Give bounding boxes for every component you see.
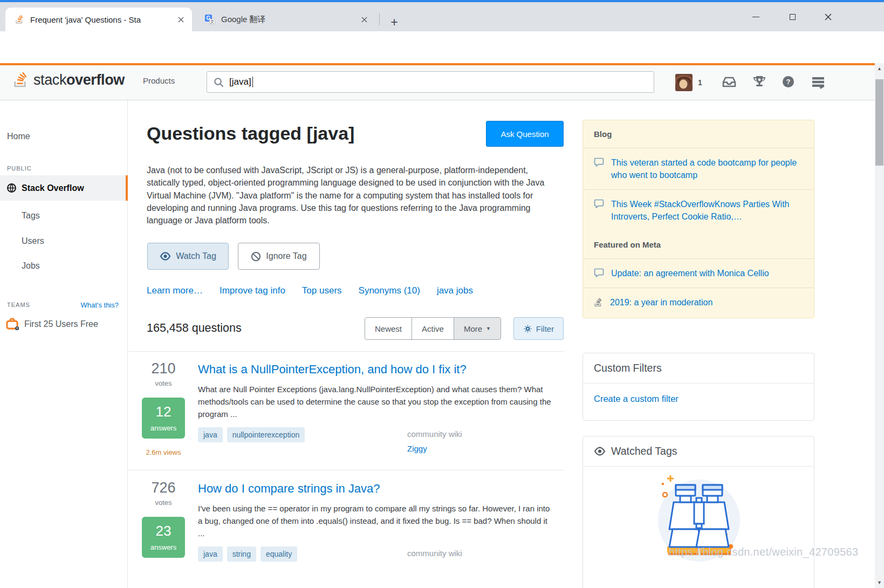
maximize-icon: [790, 14, 796, 20]
tag-java[interactable]: java: [198, 427, 223, 442]
vote-count: 210: [141, 360, 186, 377]
question-excerpt: What are Null Pointer Exceptions (java.l…: [198, 383, 551, 420]
tag-nullpointerexception[interactable]: nullpointerexception: [227, 427, 305, 442]
reputation-count[interactable]: 1: [698, 78, 702, 87]
learn-more-link[interactable]: Learn more…: [147, 285, 203, 296]
window-minimize-button[interactable]: [743, 8, 769, 26]
gear-icon: [523, 324, 532, 333]
blog-link[interactable]: This veteran started a code bootcamp for…: [611, 156, 803, 181]
tab-close-icon[interactable]: [358, 13, 370, 25]
meta-link[interactable]: Update: an agreement with Monica Cellio: [611, 267, 769, 279]
improve-tag-info-link[interactable]: Improve tag info: [220, 285, 285, 296]
help-icon[interactable]: ?: [783, 76, 794, 87]
view-count: 2.6m views: [136, 448, 190, 456]
tag-links-row: Learn more… Improve tag info Top users S…: [147, 285, 473, 296]
stackoverflow-logo[interactable]: stackoverflow: [13, 70, 125, 90]
community-wiki-label: community wiki: [407, 429, 462, 439]
close-icon: [825, 13, 832, 20]
user-avatar[interactable]: [675, 74, 693, 91]
tag-java[interactable]: java: [198, 546, 223, 562]
featured-meta-header: Featured on Meta: [583, 231, 814, 258]
search-input[interactable]: [java]: [207, 71, 654, 93]
tab-divider: [379, 13, 380, 25]
new-tab-button[interactable]: +: [386, 14, 402, 30]
synonyms-link[interactable]: Synonyms (10): [359, 285, 420, 296]
sidebar-item-label: First 25 Users Free: [24, 319, 98, 329]
eye-icon: [594, 447, 606, 456]
window-maximize-button[interactable]: [780, 8, 805, 26]
blog-header: Blog: [583, 120, 814, 148]
votes-label: votes: [141, 498, 186, 507]
browser-window: Frequent 'java' Questions - Sta G 文 Goog…: [0, 0, 884, 588]
blog-item: This veteran started a code bootcamp for…: [583, 148, 814, 189]
search-icon: [214, 77, 224, 87]
scrollbar-thumb[interactable]: [875, 79, 883, 166]
vote-count: 726: [141, 480, 186, 496]
site-switcher-icon[interactable]: [811, 76, 825, 91]
tab-google-translate[interactable]: G 文 Google 翻译: [195, 8, 375, 31]
top-users-link[interactable]: Top users: [302, 285, 342, 296]
answers-label: answers: [142, 543, 185, 551]
question-count: 165,458 questions: [147, 322, 242, 335]
products-menu[interactable]: Products: [143, 76, 175, 85]
blog-link[interactable]: This Week #StackOverflowKnows Parties Wi…: [611, 198, 803, 223]
sort-button-group: Newest Active More▼: [365, 317, 501, 340]
page-scrollbar[interactable]: ▲ ▼: [875, 63, 884, 588]
question-title-link[interactable]: What is a NullPointerException, and how …: [198, 363, 554, 377]
meta-item: Update: an agreement with Monica Cellio: [583, 258, 814, 288]
question-tags: java nullpointerexception: [198, 427, 305, 442]
sort-active-button[interactable]: Active: [412, 317, 454, 340]
left-sidebar: Home PUBLIC Stack Overflow Tags Users Jo…: [0, 100, 128, 588]
active-indicator: [126, 175, 128, 201]
speech-bubble-icon: [594, 268, 604, 279]
meta-link[interactable]: 2019: a year in moderation: [610, 296, 712, 309]
sidebar-item-jobs[interactable]: Jobs: [22, 261, 40, 271]
stackoverflow-favicon: [15, 14, 24, 25]
stackoverflow-header: stackoverflow Products [java] 1 ?: [0, 63, 884, 100]
tag-string[interactable]: string: [227, 546, 256, 562]
sidebar-item-users[interactable]: Users: [22, 236, 44, 246]
ignore-tag-button[interactable]: Ignore Tag: [238, 243, 320, 270]
create-custom-filter-link[interactable]: Create a custom filter: [594, 394, 679, 404]
achievements-trophy-icon[interactable]: [752, 76, 766, 91]
watched-tags-module: Watched Tags: [583, 436, 814, 588]
browser-toolbar: https://stackoverflow.com/questions/tagg…: [0, 31, 884, 63]
stack-icon: [594, 297, 603, 310]
watched-tags-header: Watched Tags: [583, 436, 814, 467]
chevron-down-icon: ▼: [486, 326, 491, 331]
sidebar-item-tags[interactable]: Tags: [22, 211, 40, 221]
sort-more-button[interactable]: More▼: [454, 317, 501, 340]
google-translate-favicon: G 文: [205, 15, 215, 25]
ask-question-button[interactable]: Ask Question: [486, 121, 564, 147]
tab-close-icon[interactable]: [175, 13, 187, 25]
tag-equality[interactable]: equality: [261, 546, 297, 562]
sidebar-public-label: PUBLIC: [7, 165, 32, 172]
question-title-link[interactable]: How do I compare strings in Java?: [198, 482, 554, 496]
page-title: Questions tagged [java]: [147, 123, 354, 144]
inbox-icon[interactable]: [722, 76, 736, 90]
author-link[interactable]: Ziggy: [407, 444, 427, 453]
speech-bubble-icon: [594, 158, 604, 169]
custom-filters-module: Custom Filters Create a custom filter: [583, 353, 814, 421]
sort-newest-button[interactable]: Newest: [365, 317, 412, 340]
speech-bubble-icon: [594, 199, 604, 210]
sidebar-item-stack-overflow[interactable]: Stack Overflow: [0, 175, 128, 201]
watch-tag-button[interactable]: Watch Tag: [147, 243, 229, 270]
sidebar-item-home[interactable]: Home: [7, 132, 30, 141]
whats-this-link[interactable]: What's this?: [81, 301, 119, 309]
scroll-down-icon[interactable]: ▼: [875, 578, 884, 587]
no-entry-icon: [251, 251, 261, 262]
sidebar-item-label: Stack Overflow: [22, 183, 84, 193]
votes-label: votes: [141, 379, 186, 387]
filter-button[interactable]: Filter: [513, 317, 564, 340]
question-excerpt: I've been using the == operator in my pr…: [198, 502, 551, 539]
briefcase-icon: [6, 318, 19, 330]
tab-stackoverflow[interactable]: Frequent 'java' Questions - Sta: [5, 8, 192, 31]
divider: [128, 470, 564, 470]
sidebar-item-teams-free[interactable]: First 25 Users Free: [6, 318, 98, 330]
java-jobs-link[interactable]: java jobs: [437, 285, 473, 296]
community-wiki-label: community wiki: [407, 549, 462, 558]
community-bulletin: Blog This veteran started a code bootcam…: [583, 120, 814, 318]
window-close-button[interactable]: [816, 8, 841, 26]
scroll-up-icon[interactable]: ▲: [875, 64, 884, 73]
